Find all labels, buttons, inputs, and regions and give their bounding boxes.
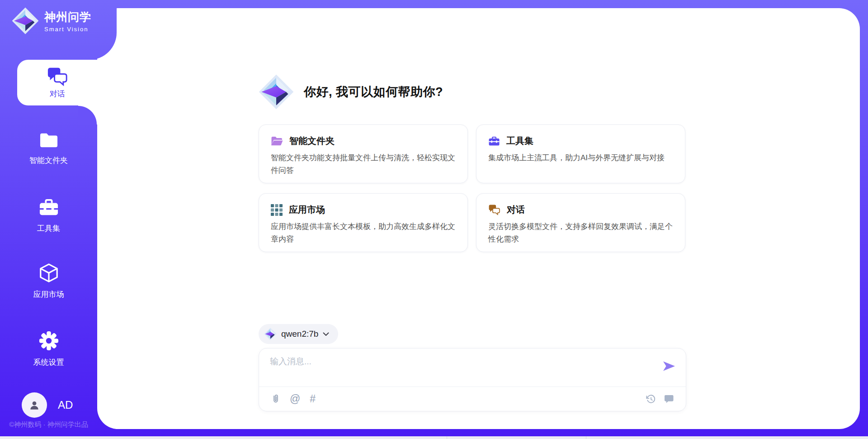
brand: 神州问学 Smart Vision — [12, 7, 91, 34]
greeting: 你好, 我可以如何帮助你? — [259, 74, 443, 110]
card-title: 应用市场 — [289, 204, 325, 216]
horizontal-scrollbar[interactable] — [0, 436, 868, 439]
feature-card-folders[interactable]: 智能文件夹 智能文件夹功能支持批量文件上传与清洗，轻松实现文件问答 — [259, 124, 468, 183]
folder-icon — [38, 131, 59, 149]
mention-button[interactable]: @ — [290, 394, 300, 404]
user-name: AD — [58, 399, 73, 411]
card-title: 对话 — [507, 204, 525, 216]
chat-bubble-icon — [664, 394, 674, 404]
feature-card-market[interactable]: 应用市场 应用市场提供丰富长文本模板，助力高效生成多样化文章内容 — [259, 193, 468, 252]
chat-bubbles-icon — [47, 67, 68, 86]
hash-button[interactable]: # — [310, 394, 316, 404]
sidebar-item-label: 对话 — [50, 89, 65, 99]
message-input[interactable] — [270, 356, 650, 384]
sidebar-item-folders[interactable]: 智能文件夹 — [0, 131, 97, 166]
sidebar-footer: ©神州数码 · 神州问学出品 — [0, 420, 97, 429]
card-description: 灵活切换多模型文件，支持多样回复效果调试，满足个性化需求 — [488, 220, 673, 246]
brand-subtitle: Smart Vision — [44, 26, 91, 33]
sidebar-item-label: 应用市场 — [0, 289, 97, 300]
hash-icon: # — [310, 394, 316, 404]
diamond-logo-icon — [12, 7, 39, 34]
sidebar-item-settings[interactable]: 系统设置 — [0, 330, 97, 367]
cube-icon — [38, 262, 59, 283]
card-title: 工具集 — [506, 135, 533, 147]
feature-cards: 智能文件夹 智能文件夹功能支持批量文件上传与清洗，轻松实现文件问答 工具集 集成… — [259, 124, 686, 252]
diamond-logo-icon — [264, 328, 277, 340]
app-root: 神州问学 Smart Vision 对话 智能文件夹 — [0, 0, 868, 439]
greeting-title: 你好, 我可以如何帮助你? — [304, 84, 443, 100]
model-selector[interactable]: qwen2:7b — [259, 324, 338, 344]
feature-card-toolbox[interactable]: 工具集 集成市场上主流工具，助力AI与外界无缝扩展与对接 — [476, 124, 685, 183]
paperclip-icon — [271, 394, 280, 404]
sidebar-item-label: 智能文件夹 — [0, 155, 97, 166]
card-description: 智能文件夹功能支持批量文件上传与清洗，轻松实现文件问答 — [271, 152, 456, 177]
card-title: 智能文件夹 — [289, 135, 335, 147]
send-button[interactable] — [662, 360, 676, 373]
sidebar-item-toolbox[interactable]: 工具集 — [0, 198, 97, 234]
feature-card-chat[interactable]: 对话 灵活切换多模型文件，支持多样回复效果调试，满足个性化需求 — [476, 193, 685, 252]
card-description: 应用市场提供丰富长文本模板，助力高效生成多样化文章内容 — [271, 220, 456, 246]
user-profile[interactable]: AD — [22, 392, 73, 418]
chevron-down-icon — [323, 332, 329, 336]
feedback-button[interactable] — [664, 394, 674, 404]
at-sign-icon: @ — [290, 394, 300, 404]
avatar — [22, 392, 47, 418]
person-icon — [28, 399, 40, 411]
history-button[interactable] — [646, 394, 656, 404]
chat-bubbles-icon — [488, 204, 500, 215]
grid-cube-icon — [271, 204, 283, 216]
toolbox-icon — [38, 198, 59, 217]
diamond-logo-icon — [259, 74, 294, 110]
card-description: 集成市场上主流工具，助力AI与外界无缝扩展与对接 — [488, 152, 673, 164]
sidebar-item-label: 工具集 — [0, 223, 97, 234]
model-name: qwen2:7b — [281, 329, 318, 339]
history-icon — [646, 394, 656, 404]
briefcase-icon — [488, 136, 500, 147]
sidebar-item-label: 系统设置 — [0, 357, 97, 367]
gear-icon — [38, 330, 59, 351]
attach-button[interactable] — [271, 394, 280, 404]
folder-open-icon — [271, 136, 283, 146]
brand-name: 神州问学 — [44, 10, 91, 24]
tab-fillet — [78, 105, 97, 124]
sidebar-item-market[interactable]: 应用市场 — [0, 262, 97, 300]
composer: @ # — [259, 348, 686, 411]
send-icon — [662, 360, 676, 372]
main-content: 你好, 我可以如何帮助你? 智能文件夹 智能文件夹功能支持批量文件上传与清洗，轻… — [97, 8, 860, 429]
sidebar-item-chat[interactable]: 对话 — [17, 60, 97, 105]
composer-toolbar: @ # — [271, 387, 674, 411]
